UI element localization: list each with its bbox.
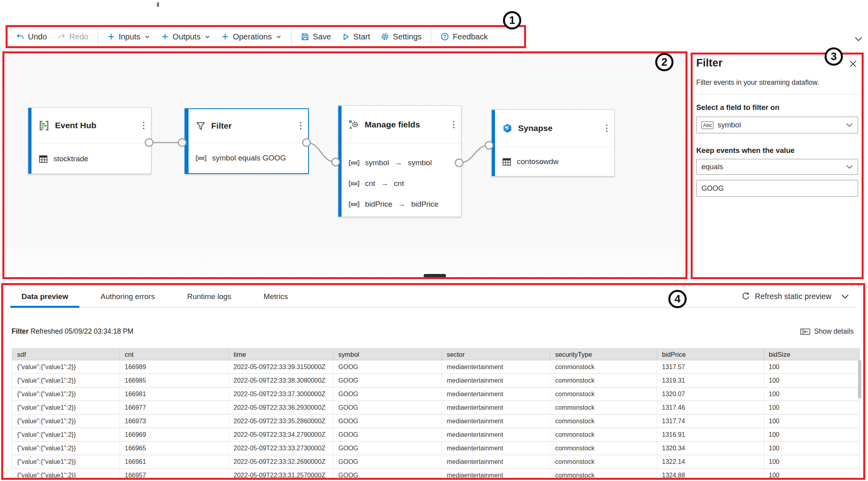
- table-row[interactable]: {"value":{"value1":2}}1669692022-05-09T2…: [12, 428, 859, 442]
- start-button[interactable]: Start: [336, 28, 375, 45]
- table-cell: commonstock: [550, 401, 657, 414]
- table-cell: 100: [764, 374, 860, 387]
- chevron-down-icon: [846, 165, 853, 169]
- save-icon: [301, 33, 309, 41]
- table-row[interactable]: {"value":{"value1":2}}1669652022-05-09T2…: [12, 442, 859, 455]
- node-title: Synapse: [518, 123, 606, 133]
- output-port[interactable]: [455, 158, 463, 167]
- node-subtitle: symbol equals GOOG: [212, 154, 286, 162]
- table-cell: 2022-05-09T22:33:36.2930000Z: [229, 401, 334, 414]
- table-cell: 166973: [120, 415, 229, 428]
- annotation-circle-1: 1: [503, 11, 521, 29]
- condition-dropdown[interactable]: equals: [696, 159, 858, 175]
- add-operations-button[interactable]: Operations: [216, 28, 287, 45]
- node-accent-bar: [28, 108, 31, 174]
- output-port[interactable]: [145, 138, 153, 147]
- table-row[interactable]: {"value":{"value1":2}}1669892022-05-09T2…: [12, 360, 859, 374]
- node-filter[interactable]: Filter symbol equals GOOG: [185, 108, 309, 174]
- tab-runtime-logs[interactable]: Runtime logs: [176, 286, 242, 307]
- node-manage-fields[interactable]: Manage fields symbol → symbol cnt → cnt …: [338, 106, 461, 217]
- chevron-down-icon: [275, 33, 282, 40]
- dataflow-canvas[interactable]: Event Hub stocktrade Filter symbol equal…: [2, 51, 687, 279]
- table-row[interactable]: {"value":{"value1":2}}1669772022-05-09T2…: [12, 401, 859, 415]
- table-cell: 1322.14: [657, 455, 764, 468]
- close-icon[interactable]: [849, 60, 857, 68]
- filter-value-input[interactable]: [701, 184, 853, 193]
- save-button[interactable]: Save: [296, 28, 336, 45]
- table-cell: 100: [764, 415, 860, 428]
- input-port[interactable]: [178, 138, 187, 147]
- node-title: Manage fields: [365, 120, 453, 129]
- play-icon: [342, 33, 350, 41]
- kebab-menu-icon[interactable]: [453, 121, 455, 129]
- feedback-button[interactable]: ? Feedback: [435, 28, 493, 45]
- node-synapse[interactable]: Synapse contosowdw: [491, 109, 615, 176]
- kebab-menu-icon[interactable]: [606, 124, 608, 132]
- add-outputs-button[interactable]: Outputs: [156, 28, 216, 45]
- table-row[interactable]: {"value":{"value1":2}}1669852022-05-09T2…: [12, 374, 859, 387]
- table-cell: 2022-05-09T22:33:32.2690000Z: [229, 455, 334, 468]
- refresh-static-preview-button[interactable]: Refresh static preview: [741, 292, 849, 301]
- table-row[interactable]: {"value":{"value1":2}}1669812022-05-09T2…: [12, 387, 859, 401]
- table-cell: 2022-05-09T22:33:34.2790000Z: [229, 428, 334, 441]
- tab-metrics[interactable]: Metrics: [252, 286, 299, 307]
- table-cell: 2022-05-09T22:33:37.3000000Z: [229, 387, 334, 401]
- table-cell: {"value":{"value1":2}}: [12, 469, 120, 480]
- table-cell: mediaentertainment: [442, 428, 550, 441]
- table-cell: {"value":{"value1":2}}: [12, 428, 120, 441]
- preview-table: sdfcnttimesymbolsectorsecurityTypebidPri…: [12, 348, 860, 480]
- node-subtitle: contosowdw: [517, 157, 559, 166]
- add-inputs-button[interactable]: Inputs: [102, 28, 156, 45]
- table-cell: GOOG: [334, 374, 442, 387]
- table-icon: [502, 157, 511, 166]
- output-port[interactable]: [302, 138, 311, 147]
- table-scrollbar-thumb[interactable]: [858, 360, 861, 399]
- toolbar-separator: [291, 29, 292, 45]
- filter-config-panel: Filter Filter events in your streaming d…: [691, 53, 864, 279]
- table-cell: {"value":{"value1":2}}: [12, 442, 120, 455]
- collapse-chevron-icon[interactable]: [854, 37, 862, 42]
- arrow-right-icon: →: [398, 200, 406, 209]
- tab-data-preview[interactable]: Data preview: [10, 286, 79, 307]
- column-header-symbol: symbol: [334, 349, 442, 360]
- chevron-down-icon[interactable]: [841, 294, 849, 299]
- tab-authoring-errors[interactable]: Authoring errors: [89, 286, 166, 307]
- field-select-dropdown[interactable]: Abc symbol: [696, 117, 858, 133]
- settings-button[interactable]: Settings: [375, 28, 427, 45]
- input-port[interactable]: [331, 158, 340, 166]
- table-cell: commonstock: [550, 387, 657, 401]
- manage-field-row: bidPrice → bidPrice: [338, 194, 461, 215]
- panel-resize-handle[interactable]: [424, 274, 446, 278]
- table-cell: {"value":{"value1":2}}: [12, 415, 120, 428]
- column-header-bidPrice: bidPrice: [657, 349, 764, 360]
- svg-text:?: ?: [443, 34, 446, 39]
- kebab-menu-icon[interactable]: [143, 121, 145, 129]
- table-cell: commonstock: [550, 360, 657, 373]
- table-cell: mediaentertainment: [442, 442, 550, 455]
- table-row[interactable]: {"value":{"value1":2}}1669732022-05-09T2…: [12, 415, 859, 428]
- undo-button[interactable]: Undo: [11, 28, 52, 45]
- table-cell: 166985: [120, 374, 229, 387]
- column-header-time: time: [229, 349, 334, 360]
- show-details-label: Show details: [814, 327, 854, 336]
- column-header-bidSize: bidSize: [764, 349, 860, 360]
- field-icon: [349, 181, 359, 187]
- table-row[interactable]: {"value":{"value1":2}}1669612022-05-09T2…: [12, 455, 859, 469]
- show-details-button[interactable]: Show details: [800, 327, 854, 336]
- redo-button[interactable]: Redo: [52, 28, 94, 45]
- table-cell: GOOG: [334, 415, 442, 428]
- kebab-menu-icon[interactable]: [300, 122, 302, 130]
- table-cell: 100: [764, 387, 860, 401]
- table-cell: 166981: [120, 387, 229, 401]
- table-cell: commonstock: [550, 469, 657, 480]
- table-cell: 100: [764, 428, 860, 441]
- node-event-hub[interactable]: Event Hub stocktrade: [28, 108, 151, 174]
- table-cell: mediaentertainment: [442, 455, 550, 468]
- input-port[interactable]: [485, 141, 493, 150]
- table-cell: commonstock: [550, 415, 657, 428]
- table-row[interactable]: {"value":{"value1":2}}1669572022-05-09T2…: [12, 469, 859, 480]
- window-artifact: [157, 2, 159, 7]
- table-cell: 1317.46: [657, 401, 764, 414]
- table-cell: 166965: [120, 442, 229, 455]
- table-cell: 2022-05-09T22:33:33.2730000Z: [229, 442, 334, 455]
